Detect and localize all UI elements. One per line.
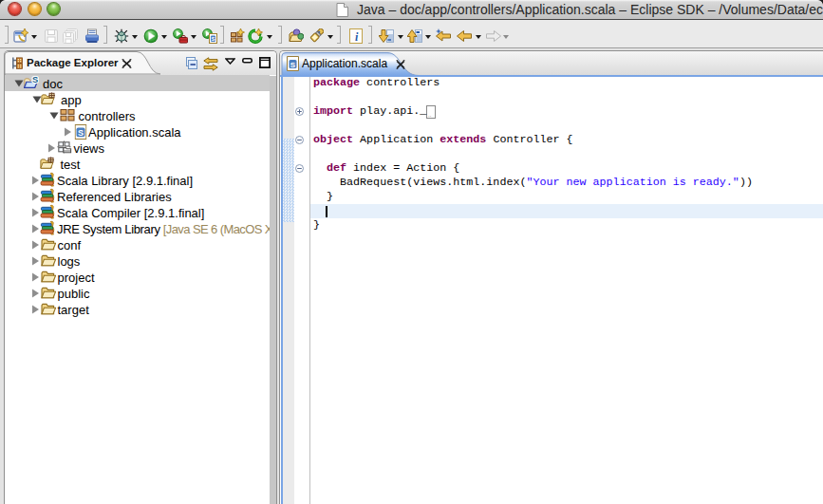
svg-text:S: S [211,36,215,42]
svg-text:S: S [290,61,296,69]
